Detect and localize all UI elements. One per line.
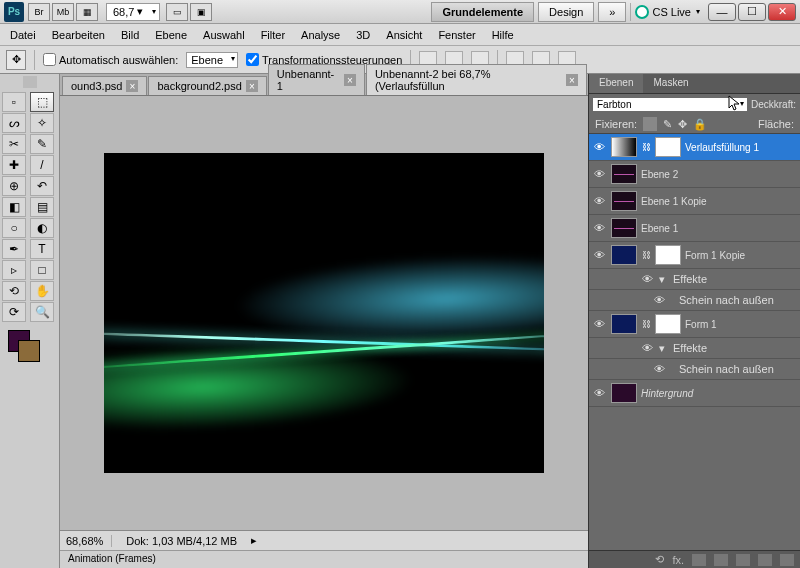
tool-history[interactable]: ↶ [30,176,54,196]
workspace-grundelemente[interactable]: Grundelemente [431,2,534,22]
layer-name[interactable]: Verlaufsfüllung 1 [685,142,798,153]
tool-eraser[interactable]: ◧ [2,197,26,217]
workspace-more[interactable]: » [598,2,626,22]
minimize-button[interactable]: — [708,3,736,21]
fx-icon[interactable]: fx. [672,554,684,566]
layer-effect-row[interactable]: 👁Schein nach außen [589,290,800,311]
auto-select-dropdown[interactable]: Ebene [186,52,238,68]
tool-brush[interactable]: / [30,155,54,175]
layer-name[interactable]: Form 1 [685,319,798,330]
canvas[interactable] [104,153,544,473]
layer-thumbnail[interactable] [611,314,637,334]
tool-type[interactable]: T [30,239,54,259]
layer-effect-row[interactable]: 👁▾Effekte [589,338,800,359]
lock-pixels-icon[interactable] [643,117,657,131]
trash-icon[interactable] [780,554,794,566]
group-icon[interactable] [736,554,750,566]
visibility-icon[interactable]: 👁 [591,167,607,181]
tool-heal[interactable]: ✚ [2,155,26,175]
document-tab[interactable]: Unbenannt-1× [268,64,365,95]
close-tab-icon[interactable]: × [344,74,356,86]
tool-rotate[interactable]: ⟳ [2,302,26,322]
tool-crop[interactable]: ✂ [2,134,26,154]
menu-fenster[interactable]: Fenster [438,29,475,41]
visibility-icon[interactable]: 👁 [651,293,667,307]
screen-mode-button[interactable]: ▣ [190,3,212,21]
menu-analyse[interactable]: Analyse [301,29,340,41]
lock-brush-icon[interactable]: ✎ [663,118,672,131]
layer-effect-row[interactable]: 👁▾Effekte [589,269,800,290]
visibility-icon[interactable]: 👁 [591,386,607,400]
maximize-button[interactable]: ☐ [738,3,766,21]
cs-live-button[interactable]: CS Live▾ [635,5,700,19]
status-arrow-icon[interactable]: ▸ [251,534,257,547]
layer-row[interactable]: 👁Ebene 1 Kopie [589,188,800,215]
current-tool-icon[interactable]: ✥ [6,50,26,70]
blend-mode-dropdown[interactable]: Farbton [593,98,747,111]
layer-row[interactable]: 👁⛓Form 1 [589,311,800,338]
tool-gradient[interactable]: ▤ [30,197,54,217]
menu-ebene[interactable]: Ebene [155,29,187,41]
link-icon[interactable]: ⛓ [641,250,651,260]
tool-eyedrop[interactable]: ✎ [30,134,54,154]
layer-row[interactable]: 👁Ebene 1 [589,215,800,242]
layer-name[interactable]: Hintergrund [641,388,798,399]
layer-thumbnail[interactable] [611,383,637,403]
mask-thumbnail[interactable] [655,245,681,265]
effect-expand-icon[interactable]: ▾ [659,342,665,355]
menu-3d[interactable]: 3D [356,29,370,41]
menu-auswahl[interactable]: Auswahl [203,29,245,41]
layer-row[interactable]: 👁Hintergrund [589,380,800,407]
mask-thumbnail[interactable] [655,137,681,157]
layer-effect-row[interactable]: 👁Schein nach außen [589,359,800,380]
document-tab[interactable]: Unbenannt-2 bei 68,7% (Verlaufsfüllun× [366,64,587,95]
lock-all-icon[interactable]: 🔒 [693,118,707,131]
visibility-icon[interactable]: 👁 [639,272,655,286]
close-tab-icon[interactable]: × [246,80,258,92]
layer-row[interactable]: 👁⛓Form 1 Kopie [589,242,800,269]
mask-thumbnail[interactable] [655,314,681,334]
tool-dodge[interactable]: ◐ [30,218,54,238]
status-zoom[interactable]: 68,68% [66,535,112,547]
tool-stamp[interactable]: ⊕ [2,176,26,196]
adjustment-icon[interactable] [714,554,728,566]
menu-hilfe[interactable]: Hilfe [492,29,514,41]
menu-ansicht[interactable]: Ansicht [386,29,422,41]
visibility-icon[interactable]: 👁 [591,140,607,154]
arrange-button[interactable]: ▭ [166,3,188,21]
close-tab-icon[interactable]: × [126,80,138,92]
background-swatch[interactable] [18,340,40,362]
link-icon[interactable]: ⛓ [641,142,651,152]
effect-expand-icon[interactable]: ▾ [659,273,665,286]
tab-masken[interactable]: Masken [643,74,698,93]
visibility-icon[interactable]: 👁 [591,194,607,208]
menu-filter[interactable]: Filter [261,29,285,41]
visibility-icon[interactable]: 👁 [639,341,655,355]
layer-row[interactable]: 👁Ebene 2 [589,161,800,188]
layer-thumbnail[interactable] [611,245,637,265]
tool-move[interactable]: ▫ [2,92,26,112]
tool-marquee[interactable]: ⬚ [30,92,54,112]
tool-3d[interactable]: ⟲ [2,281,26,301]
zoom-dropdown[interactable]: 68,7 ▾ [106,3,160,21]
layer-thumbnail[interactable] [611,191,637,211]
tool-wand[interactable]: ✧ [30,113,54,133]
tool-lasso[interactable]: ᔕ [2,113,26,133]
visibility-icon[interactable]: 👁 [591,317,607,331]
auto-select-checkbox[interactable]: Automatisch auswählen: [43,53,178,66]
view-extras-button[interactable]: ▦ [76,3,98,21]
layer-name[interactable]: Ebene 2 [641,169,798,180]
layer-name[interactable]: Ebene 1 Kopie [641,196,798,207]
tool-hand[interactable]: ✋ [30,281,54,301]
close-tab-icon[interactable]: × [566,74,578,86]
menu-bearbeiten[interactable]: Bearbeiten [52,29,105,41]
layer-thumbnail[interactable] [611,218,637,238]
canvas-viewport[interactable] [60,96,588,530]
link-icon[interactable]: ⛓ [641,319,651,329]
new-layer-icon[interactable] [758,554,772,566]
animation-panel-tab[interactable]: Animation (Frames) [60,550,588,568]
lock-move-icon[interactable]: ✥ [678,118,687,131]
tab-ebenen[interactable]: Ebenen [589,74,643,93]
layer-name[interactable]: Ebene 1 [641,223,798,234]
menu-datei[interactable]: Datei [10,29,36,41]
